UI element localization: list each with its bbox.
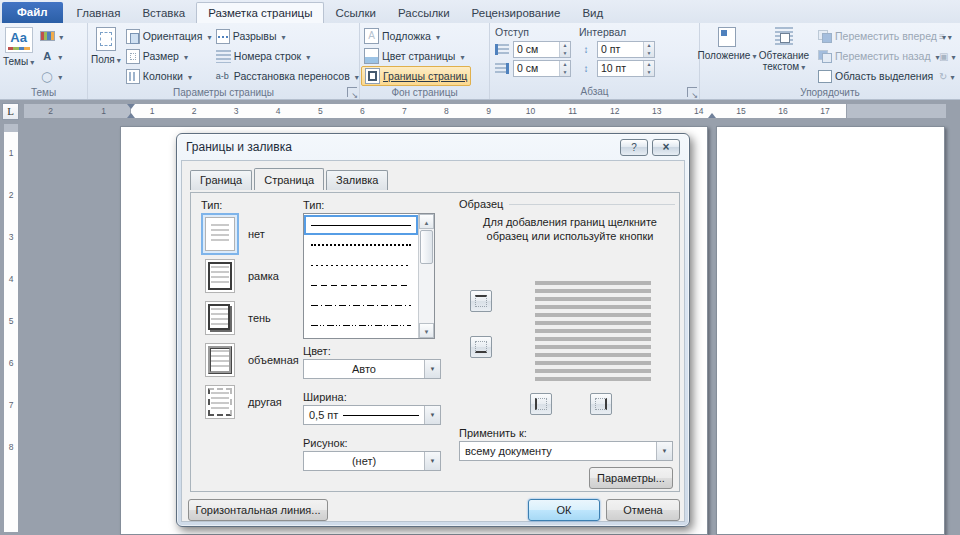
scrollbar-thumb[interactable] (420, 230, 433, 264)
tab-review[interactable]: Рецензирование (461, 3, 572, 23)
help-icon[interactable]: ? (620, 139, 648, 156)
line-style-listbox[interactable] (303, 213, 435, 339)
line-style-option-solid[interactable] (304, 215, 418, 235)
spacing-after-field[interactable]: 10 пт (597, 60, 655, 77)
size-button[interactable]: Размер (123, 46, 213, 66)
rotate-objects-button[interactable] (937, 66, 957, 86)
apply-to-combo[interactable]: всему документу (459, 441, 673, 461)
tab-file[interactable]: Файл (2, 2, 63, 23)
page-borders-icon (365, 68, 380, 84)
send-backward-button[interactable]: Переместить назад (815, 46, 937, 66)
columns-button[interactable]: Колонки (123, 66, 213, 86)
top-border-icon (475, 295, 487, 307)
setting-option-none[interactable]: нет (199, 213, 301, 255)
tab-stop-selector[interactable] (2, 103, 19, 120)
line-style-option-dashed[interactable] (304, 275, 418, 295)
tab-page-border[interactable]: Страница (254, 168, 324, 190)
selection-pane-button[interactable]: Область выделения (815, 66, 937, 86)
setting-option-3d[interactable]: объемная (199, 339, 301, 381)
theme-fonts-button[interactable] (36, 46, 67, 66)
line-style-option-dash-dot-dot[interactable] (304, 315, 418, 335)
themes-button[interactable]: Темы (1, 24, 36, 68)
orientation-button[interactable]: Ориентация (123, 26, 213, 46)
options-button[interactable]: Параметры... (589, 467, 673, 489)
cancel-button[interactable]: Отмена (606, 499, 680, 521)
paragraph-dialog-launcher-icon[interactable] (687, 87, 697, 97)
left-border-button[interactable] (530, 393, 552, 415)
theme-effects-button[interactable] (36, 66, 67, 86)
spin-down-icon (560, 69, 570, 77)
hanging-indent-marker[interactable] (127, 109, 135, 118)
indent-left-spinner[interactable] (559, 42, 570, 57)
wrap-text-button[interactable]: Обтекание текстом (753, 24, 815, 73)
art-combo[interactable]: (нет) (303, 451, 441, 471)
page-color-button[interactable]: Цвет страницы (361, 46, 471, 66)
spacing-after-spinner[interactable] (643, 61, 654, 76)
setting-option-box[interactable]: рамка (199, 255, 301, 297)
setting-option-custom[interactable]: другая (199, 381, 301, 423)
line-style-option-dotted[interactable] (304, 235, 418, 255)
scrollbar-up-icon[interactable] (419, 214, 434, 229)
bottom-border-button[interactable] (470, 336, 492, 358)
width-combo-arrow-icon[interactable] (424, 406, 440, 424)
ruler-margin-number: 2 (24, 104, 77, 118)
theme-colors-button[interactable] (36, 26, 67, 46)
align-objects-button[interactable] (937, 26, 957, 46)
spacing-before-spinner[interactable] (643, 42, 654, 57)
bring-forward-button[interactable]: Переместить вперед (815, 26, 937, 46)
spacing-before-field[interactable]: 0 пт (597, 41, 655, 58)
listbox-scrollbar[interactable] (418, 214, 434, 338)
page-setup-dialog-launcher-icon[interactable] (347, 87, 357, 97)
chevron-down-icon (353, 70, 359, 82)
setting-option-shadow[interactable]: тень (199, 297, 301, 339)
page-borders-button[interactable]: Границы страниц (361, 66, 471, 86)
top-border-button[interactable] (470, 290, 492, 312)
apply-combo-arrow-icon[interactable] (656, 442, 672, 460)
tab-shading[interactable]: Заливка (326, 170, 388, 190)
width-combo[interactable]: 0,5 пт (303, 405, 441, 425)
tab-view[interactable]: Вид (571, 3, 614, 23)
dialog-titlebar[interactable]: Границы и заливка ? (177, 134, 689, 160)
position-button[interactable]: Положение (701, 24, 753, 62)
spacing-before-icon (579, 44, 593, 56)
indent-right-spinner[interactable] (559, 61, 570, 76)
line-numbers-icon (216, 50, 231, 63)
spin-down-icon (644, 50, 654, 58)
ruler-number: 7 (4, 384, 18, 426)
orientation-icon (126, 29, 140, 44)
chevron-down-icon (56, 50, 62, 62)
line-style-option-dashed-fine[interactable] (304, 255, 418, 275)
indent-left-field[interactable]: 0 см (513, 41, 571, 58)
line-style-option-dash-dot[interactable] (304, 295, 418, 315)
right-indent-marker[interactable] (708, 109, 716, 118)
color-combo-arrow-icon[interactable] (424, 360, 440, 378)
margins-button[interactable]: Поля (89, 24, 123, 66)
ruler-margin-number: 1 (77, 104, 130, 118)
chevron-down-icon (280, 30, 286, 42)
tab-borders[interactable]: Граница (190, 170, 252, 190)
tab-home[interactable]: Главная (66, 3, 132, 23)
breaks-button[interactable]: Разрывы (213, 26, 362, 46)
spin-down-icon (644, 69, 654, 77)
indent-right-field[interactable]: 0 см (513, 60, 571, 77)
margins-icon (96, 27, 116, 51)
horizontal-line-button[interactable]: Горизонтальная линия... (188, 499, 328, 521)
color-combo[interactable]: Авто (303, 359, 441, 379)
close-icon[interactable] (652, 139, 680, 156)
scrollbar-down-icon[interactable] (419, 323, 434, 338)
art-combo-arrow-icon[interactable] (424, 452, 440, 470)
document-page-2[interactable] (716, 126, 945, 535)
spacing-after-icon (579, 63, 593, 75)
group-objects-button[interactable] (937, 46, 957, 66)
line-numbers-button[interactable]: Номера строк (213, 46, 362, 66)
spin-up-icon (560, 42, 570, 50)
tab-mailings[interactable]: Рассылки (387, 3, 461, 23)
watermark-button[interactable]: Подложка (361, 26, 471, 46)
hyphenation-button[interactable]: Расстановка переносов (213, 66, 362, 86)
tab-references[interactable]: Ссылки (324, 3, 387, 23)
tab-page-layout[interactable]: Разметка страницы (196, 2, 324, 23)
tab-insert[interactable]: Вставка (131, 3, 196, 23)
ok-button[interactable]: ОК (528, 499, 600, 521)
right-border-button[interactable] (590, 393, 612, 415)
preview-page[interactable] (535, 281, 651, 381)
